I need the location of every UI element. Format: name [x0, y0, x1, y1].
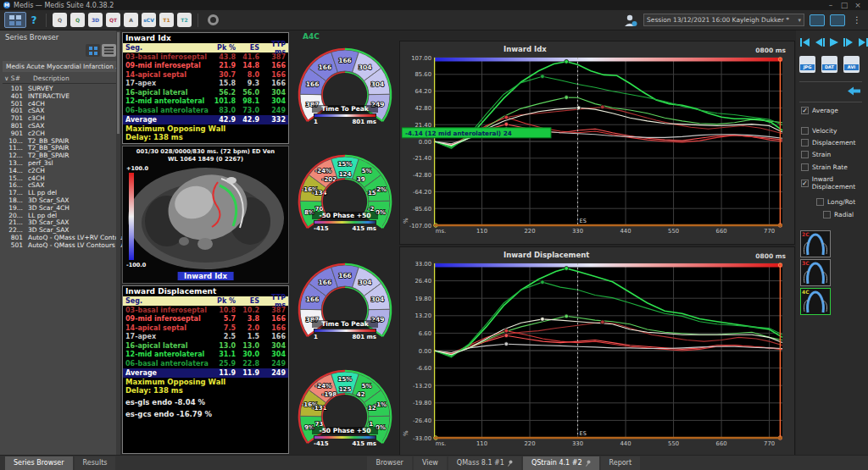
series-row[interactable]: 501c4CH [3, 100, 115, 108]
segment-ttp: 304 [259, 342, 288, 350]
tab-report[interactable]: Report [601, 456, 641, 470]
cine-image-viewport[interactable]: 001/30 028/0000/830 ms. (72 bpm) ED Ven … [122, 146, 289, 284]
qtavi-icon[interactable]: QT [106, 13, 120, 27]
peak-marker [565, 96, 569, 100]
view-thumbnail-2c[interactable]: 2C [800, 230, 831, 257]
series-row[interactable]: 19...3D Scar_4CH [3, 204, 115, 212]
series-sort-column[interactable]: ∨ S# [4, 75, 20, 82]
segment-pk: 2.5 [209, 333, 236, 340]
series-row[interactable]: 501AutoQ - QMass LV Contours LAX ... [3, 241, 115, 249]
help-button[interactable]: ? [26, 14, 42, 26]
tab-browser[interactable]: Browser [367, 456, 411, 470]
grid-view-button[interactable] [86, 44, 100, 57]
segment-row[interactable]: 17-apex2.51.5166 [123, 333, 288, 342]
series-row[interactable]: 101SURVEY [3, 85, 115, 92]
tab-results[interactable]: Results [75, 456, 116, 470]
series-row[interactable]: 21...3D Scar_SAX [3, 218, 115, 226]
gear-icon[interactable] [208, 14, 219, 25]
t2-icon[interactable]: T2 [177, 13, 192, 27]
window-layout-button[interactable] [4, 12, 26, 28]
series-row[interactable]: 11...T2_BB_SPAIR [3, 144, 115, 152]
checkbox-inward-displacement[interactable]: ✓Inward Displacement [801, 175, 868, 191]
checkbox-strain-rate[interactable]: Strain Rate [801, 163, 848, 171]
segment-row[interactable]: 17-apex15.89.3166 [123, 80, 288, 89]
view-thumbnail-3c[interactable]: 3C [800, 259, 831, 286]
overflow-menu-icon[interactable]: ⋮ [850, 15, 864, 25]
export-jpg-button[interactable]: JPG [799, 56, 815, 73]
close-button[interactable]: × [851, 1, 865, 10]
series-row[interactable]: 16...cSAX [3, 181, 115, 189]
3d-view-icon[interactable]: 3D [88, 13, 103, 27]
segment-row[interactable]: 09-mid inferoseptal21.914.8166 [123, 62, 288, 71]
export-dat-button[interactable]: DAT [821, 56, 837, 73]
play-button[interactable] [828, 37, 840, 47]
segment-row[interactable]: 12-mid anterolateral101.898.1304 [123, 97, 288, 107]
tab-qmass-8-1-1[interactable]: QMass 8.1 #1 [448, 456, 521, 470]
segment-ttp: 166 [259, 315, 288, 323]
segment-row[interactable]: 06-basal anterolateral25.922.8249 [123, 359, 288, 368]
series-row[interactable]: 15...c4CH [3, 174, 115, 182]
scv-icon[interactable]: sCV [142, 13, 156, 27]
col-pk: Pk % [209, 297, 236, 305]
patient-tab[interactable]: Medis Acute Myocardial Infarction ... [3, 61, 118, 72]
series-row[interactable]: 10...T2_BB_SPAIR [3, 137, 115, 145]
inward-idx-chart[interactable]: ES107.0085.6064.2042.8021.400.00-21.40-4… [402, 56, 794, 247]
series-row[interactable]: 601cSAX [3, 107, 115, 114]
segment-row[interactable]: 16-apical lateral13.013.0304 [123, 341, 288, 351]
step-back-button[interactable] [814, 37, 826, 47]
checkbox-strain[interactable]: Strain [801, 151, 831, 158]
t1-icon[interactable]: T1 [159, 13, 174, 27]
segment-row[interactable]: 16-apical lateral56.256.0304 [123, 88, 288, 97]
series-row[interactable]: 14...c2CH [3, 167, 115, 174]
segment-row[interactable]: 03-basal inferoseptal43.841.6387 [123, 53, 288, 62]
layout-mode-icon[interactable] [810, 14, 825, 26]
series-row[interactable]: 17...LL pp del [3, 189, 115, 196]
segment-row[interactable]: 09-mid inferoseptal5.73.8166 [123, 315, 288, 324]
checkbox-average[interactable]: ✓Average [801, 107, 838, 114]
checkbox-radial[interactable]: Radial [823, 211, 854, 218]
view-thumbnail-4c[interactable]: 4C [800, 288, 831, 315]
series-row[interactable]: 801cSAX [3, 122, 115, 130]
segment-row[interactable]: 14-apical septal30.78.0166 [123, 70, 288, 80]
export-avi-button[interactable]: AVI [843, 56, 860, 73]
series-number: 101 [3, 85, 23, 92]
series-row[interactable]: 18...3D Scar_SAX [3, 196, 115, 204]
checkbox-displacement[interactable]: Displacement [801, 139, 856, 147]
tab-qstrain-4-1-2[interactable]: QStrain 4.1 #2 [523, 456, 599, 470]
session-select[interactable]: Session 13/12/2021 16:00 Kayleigh Dukker… [643, 14, 804, 26]
series-row[interactable]: 12...T2_BB_SPAIR [3, 152, 115, 159]
segment-row[interactable]: 12-mid anterolateral31.130.0304 [123, 351, 288, 360]
segment-pk: 5.7 [209, 315, 236, 323]
inward-displacement-chart[interactable]: ES33.0026.4019.8013.206.600.00-6.60-13.2… [402, 262, 794, 460]
series-row[interactable]: 701c3CH [3, 114, 115, 122]
view-thumbnail-label: 3C [802, 260, 810, 266]
series-row[interactable]: 401INTERACTIVE [3, 92, 115, 100]
gauge-segment-value: 304 [371, 296, 385, 303]
skip-end-button[interactable] [857, 37, 868, 47]
checkbox-velocity[interactable]: Velocity [801, 127, 837, 135]
step-forward-button[interactable] [843, 37, 854, 47]
tab-series-browser[interactable]: Series Browser [5, 456, 73, 470]
qangio-icon[interactable]: A [124, 13, 138, 27]
series-row[interactable]: 22...3D Scar_SAX [3, 226, 115, 234]
segment-row[interactable]: 06-basal anterolateral83.073.0249 [123, 106, 288, 115]
series-row[interactable]: 13...perf_3sl [3, 159, 115, 167]
qflow-icon[interactable]: Q [70, 13, 85, 27]
back-arrow-icon[interactable] [847, 86, 861, 96]
checkbox-long-rot[interactable]: Long/Rot [816, 198, 855, 206]
series-desc-column[interactable]: Description [33, 75, 70, 82]
tab-view[interactable]: View [414, 456, 447, 470]
tab-label: QMass 8.1 #1 [457, 456, 504, 470]
segment-row[interactable]: 03-basal inferoseptal10.810.2387 [123, 306, 288, 315]
segment-row[interactable]: 14-apical septal7.52.0166 [123, 323, 288, 333]
switch-app-icon[interactable] [830, 14, 845, 26]
minimize-button[interactable]: – [824, 1, 837, 10]
skip-start-button[interactable] [799, 37, 811, 47]
maximize-button[interactable]: □ [837, 1, 851, 10]
qmass-icon[interactable]: Q [53, 13, 67, 27]
series-row[interactable]: 801AutoQ - QMass LV+RV Contours [3, 234, 115, 241]
series-scrollbar[interactable] [116, 30, 120, 455]
list-view-button[interactable] [102, 44, 116, 57]
series-row[interactable]: 901c2CH [3, 130, 115, 137]
series-row[interactable]: 20...LL pp del [3, 212, 115, 219]
